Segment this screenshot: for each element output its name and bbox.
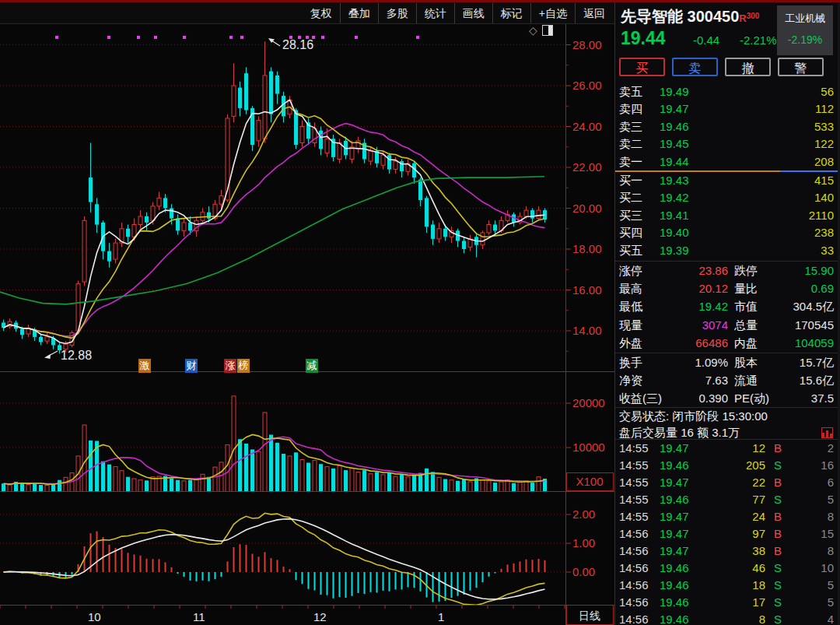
level-price: 19.43 (660, 172, 730, 189)
stat-value: 1.09% (667, 353, 728, 371)
sell-button[interactable]: 卖 (672, 58, 718, 76)
stat-value: 15.7亿 (781, 353, 834, 371)
svg-text:0.00: 0.00 (572, 565, 595, 578)
tick-side: B (765, 525, 790, 542)
stat-value: 20.12 (667, 279, 728, 297)
toolbar-item-统计[interactable]: 统计 (417, 3, 455, 23)
afterhours-chart-icon[interactable] (821, 427, 833, 438)
stat-value: 304.5亿 (781, 297, 834, 315)
tick-side: B (765, 508, 790, 525)
volume-bar (487, 481, 491, 492)
volume-bar (350, 469, 354, 492)
tick-row: 14:5619.4646S10 (615, 560, 838, 577)
svg-text:12: 12 (313, 610, 327, 623)
volume-bar (201, 474, 205, 491)
toolbar-item-多股[interactable]: 多股 (379, 3, 417, 23)
level-price: 19.46 (660, 118, 730, 135)
tick-count: 8 (790, 508, 834, 525)
event-badge-减[interactable]: 减 (306, 359, 318, 373)
signal-dot (416, 36, 419, 39)
volume-bar (244, 444, 248, 492)
candle (431, 225, 435, 239)
svg-text:22.00: 22.00 (572, 160, 602, 174)
quote-panel: 先导智能 300450R300 19.44 -0.44 -2.21% 工业机械 … (614, 2, 838, 625)
bid-row[interactable]: 买四19.40238 (615, 224, 838, 241)
candle (176, 219, 180, 231)
volume-bar (232, 396, 236, 492)
event-badge-激[interactable]: 激 (138, 359, 151, 373)
candle (145, 216, 149, 223)
buy-button[interactable]: 买 (619, 58, 665, 76)
bid-row[interactable]: 买二19.42140 (615, 189, 838, 206)
candle (114, 243, 117, 259)
price-change-percent: -2.21% (740, 33, 777, 47)
svg-text:18.00: 18.00 (572, 242, 602, 255)
stat-value: 15.6亿 (781, 371, 834, 389)
event-badge-涨[interactable]: 涨 (224, 359, 236, 373)
ask-row[interactable]: 卖一19.44208 (615, 153, 838, 170)
tick-side: S (765, 577, 790, 594)
svg-text:20.00: 20.00 (572, 202, 602, 215)
volume-bar (306, 463, 310, 492)
event-badge-财[interactable]: 财 (185, 359, 198, 373)
candle (425, 198, 429, 226)
candle (319, 131, 323, 149)
stat-label: 净资 (619, 371, 667, 389)
ask-row[interactable]: 卖四19.47112 (615, 100, 838, 118)
tick-time: 14:56 (619, 560, 660, 577)
tick-count: 4 (790, 611, 834, 625)
candle (219, 196, 223, 205)
volume-bar (257, 451, 261, 491)
toolbar-item-画线[interactable]: 画线 (455, 3, 493, 23)
ask-row[interactable]: 卖二19.45122 (615, 135, 838, 153)
industry-box[interactable]: 工业机械 -2.19% (777, 5, 833, 55)
volume-bar (524, 481, 528, 492)
candle (394, 161, 397, 170)
volume-bar (2, 483, 5, 491)
toolbar-item-返回[interactable]: 返回 (576, 3, 613, 23)
candle (188, 223, 192, 231)
tick-volume: 38 (716, 542, 765, 560)
stock-chart-canvas[interactable]: 28.0026.0024.0022.0020.0018.0016.0014.00… (0, 0, 614, 625)
volume-bar (394, 476, 397, 491)
volume-bar (443, 479, 447, 492)
margin-flag: R (739, 12, 746, 24)
volume-bar (518, 483, 522, 492)
bid-row[interactable]: 买一19.43415 (615, 172, 838, 189)
ask-row[interactable]: 卖三19.46533 (615, 118, 838, 135)
tick-price: 19.47 (660, 440, 716, 457)
svg-text:16.00: 16.00 (572, 283, 602, 297)
volume-bar (207, 477, 211, 492)
last-price: 19.44 (621, 28, 666, 49)
candle (26, 328, 30, 334)
volume-bar (45, 486, 49, 492)
svg-text:24.00: 24.00 (572, 120, 602, 133)
stock-code: 300450 (688, 8, 740, 25)
diamond-marker-icon[interactable]: ◇ (529, 24, 537, 37)
layout-split-icon[interactable] (542, 25, 553, 36)
toolbar-item-叠加[interactable]: 叠加 (341, 3, 379, 23)
volume-bar (412, 476, 416, 492)
bid-row[interactable]: 买五19.3933 (615, 242, 838, 259)
tick-volume: 24 (716, 508, 765, 525)
volume-bar (114, 467, 117, 492)
toolbar-item-+自选[interactable]: +自选 (531, 3, 576, 23)
candle (387, 155, 391, 169)
volume-bar (499, 482, 503, 492)
price-change: -0.44 (693, 33, 719, 47)
candle (232, 86, 236, 116)
cancel-button[interactable]: 撤 (725, 58, 771, 76)
bid-row[interactable]: 买三19.412110 (615, 207, 838, 224)
stat-value: 19.42 (667, 297, 728, 315)
tick-volume: 46 (716, 560, 765, 577)
volume-bar (338, 465, 341, 491)
signal-dot (107, 36, 110, 39)
toolbar-item-复权[interactable]: 复权 (303, 3, 341, 23)
event-badge-榜[interactable]: 榜 (237, 359, 250, 373)
level-price: 19.39 (660, 242, 730, 259)
alert-button[interactable]: 警 (778, 58, 824, 76)
ask-row[interactable]: 卖五19.4956 (615, 83, 838, 100)
volume-bar (362, 470, 366, 491)
toolbar-item-标记[interactable]: 标记 (493, 3, 531, 23)
candle (275, 75, 279, 94)
